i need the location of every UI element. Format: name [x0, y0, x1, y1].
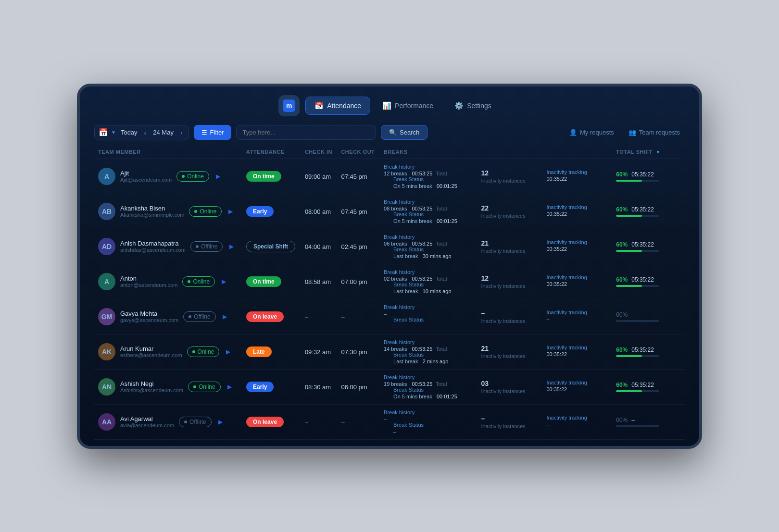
attendance-badge: On leave [246, 417, 284, 427]
break-status-label: Break Status [393, 422, 424, 428]
break-status-label: Break Status [393, 352, 448, 358]
tab-settings[interactable]: ⚙️ Settings [445, 97, 501, 115]
break-status-label: Break Status [393, 317, 424, 322]
break-status-time: 00:01:25 [434, 218, 457, 224]
activity-label: Inactivity instances [481, 213, 539, 219]
inactivity-time: 00:35:22 [546, 176, 604, 182]
status-badge: Offline [183, 311, 215, 322]
breaks-cell: Break history 02 breaks 00:53:25 Total B… [380, 264, 477, 299]
attendance-cell: On time [242, 159, 301, 194]
play-button[interactable]: ▶ [226, 348, 230, 355]
break-history-label: Break history [384, 269, 473, 275]
attendance-cell: On time [242, 264, 301, 299]
attendance-cell: On leave [242, 404, 301, 439]
tab-settings-label: Settings [467, 102, 491, 110]
app-logo[interactable]: m [278, 95, 300, 116]
checkout-time: 07:45 pm [341, 208, 367, 215]
activity-label: Inactivity instances [481, 283, 539, 289]
next-date-button[interactable]: › [178, 128, 185, 137]
member-cell: AD Anish Dasmahapatra anishdas@ascendeum… [94, 229, 242, 264]
checkin-time: – [305, 313, 308, 321]
break-count: 19 breaks [384, 381, 407, 387]
activity-label: Inactivity instances [481, 318, 539, 324]
play-button[interactable]: ▶ [216, 173, 220, 180]
filter-icon: ☰ [201, 129, 207, 136]
breaks-cell: Break history 08 breaks 00:53:25 Total B… [380, 194, 477, 229]
play-button[interactable]: ▶ [228, 208, 233, 215]
attendance-badge: On time [246, 171, 281, 182]
col-breaks: BREAKS [380, 145, 477, 159]
search-input[interactable] [242, 129, 370, 136]
breaks-cell: Break history 19 breaks 00:53:25 Total B… [380, 369, 477, 404]
shift-percentage: 00% [616, 417, 628, 423]
table-row: AB Akanksha Bisen Akanksha@simmmple.com … [94, 194, 685, 229]
search-input-container[interactable] [236, 125, 376, 140]
inactivity-tracking-label: Inactivity tracking [546, 239, 604, 245]
break-total: Total [434, 346, 447, 352]
member-name: Anton [120, 275, 177, 282]
shift-percentage: 60% [616, 241, 628, 248]
break-status-label: Break Status [393, 282, 451, 287]
break-history-label: Break history [384, 339, 473, 345]
activity-label: Inactivity instances [481, 423, 539, 429]
break-count: 08 breaks [384, 206, 407, 211]
break-status-detail: – [393, 429, 396, 434]
member-info: Gavya Mehta gavya@ascendeum.com [120, 310, 178, 323]
break-duration: 00:53:25 [409, 206, 432, 211]
activity-cell: – Inactivity instances Inactivity tracki… [477, 299, 612, 334]
break-status-time: 30 mins ago [420, 253, 452, 259]
tab-performance[interactable]: 📊 Performance [373, 97, 442, 115]
play-button[interactable]: ▶ [223, 313, 227, 320]
progress-bar [616, 320, 659, 322]
play-button[interactable]: ▶ [227, 384, 232, 390]
activity-cell: – Inactivity instances Inactivity tracki… [477, 404, 612, 439]
shift-percentage: 00% [616, 311, 628, 318]
date-navigator[interactable]: 📅 ▼ Today ‹ 24 May › [94, 125, 189, 140]
activity-cell: 12 Inactivity instances Inactivity track… [477, 159, 612, 194]
member-cell: AB Akanksha Bisen Akanksha@simmmple.com … [94, 194, 242, 229]
shift-percentage: 60% [616, 382, 628, 388]
break-status-label: Break Status [393, 211, 457, 217]
status-dot [192, 350, 195, 353]
col-activity [477, 145, 612, 159]
member-info: Arun Kumar esthera@ascendeum.com [120, 345, 182, 358]
break-count: – [384, 311, 387, 317]
col-totalshift[interactable]: TOTAL SHIFT ▼ [612, 145, 685, 159]
checkout-cell: – [337, 299, 380, 334]
avatar: AN [98, 378, 115, 396]
break-status-detail: Last break [393, 288, 418, 294]
break-status-time: 00:01:25 [434, 394, 457, 399]
my-requests-button[interactable]: 👤 My requests [565, 126, 619, 138]
breaks-cell: Break history 12 breaks 00:53:25 Total B… [380, 159, 477, 194]
break-status-time: 10 mins ago [420, 288, 452, 294]
filter-button[interactable]: ☰ Filter [194, 125, 232, 140]
my-requests-icon: 👤 [569, 129, 577, 136]
inactivity-time: 00:35:22 [546, 246, 604, 252]
break-history-label: Break history [384, 199, 473, 205]
avatar: GM [98, 308, 115, 325]
play-button[interactable]: ▶ [229, 243, 234, 250]
search-button[interactable]: 🔍 Search [381, 125, 427, 140]
tab-attendance[interactable]: 📅 Attendance [305, 97, 370, 115]
member-cell: A Anton anton@ascendeum.com Online ▶ [94, 264, 242, 299]
tab-attendance-label: Attendance [327, 102, 361, 110]
member-email: anton@ascendeum.com [120, 282, 177, 288]
table-row: GM Gavya Mehta gavya@ascendeum.com Offli… [94, 299, 685, 334]
prev-date-button[interactable]: ‹ [142, 128, 149, 137]
avatar: AK [98, 343, 115, 360]
play-button[interactable]: ▶ [222, 278, 226, 285]
activity-count: – [481, 415, 539, 422]
status-dot [182, 175, 185, 178]
member-name: Avi Agarwal [120, 415, 174, 422]
team-requests-button[interactable]: 👥 Team requests [624, 126, 685, 138]
play-button[interactable]: ▶ [218, 419, 223, 425]
break-status-time: 00:01:25 [434, 183, 457, 189]
checkout-cell: 06:00 pm [337, 369, 380, 404]
data-table-container: TEAM MEMBER ATTENDANCE CHECK IN CHECK OU… [80, 145, 699, 446]
break-history-label: Break history [384, 234, 473, 240]
inactivity-time: – [546, 316, 604, 322]
progress-bar [616, 215, 659, 217]
status-dot [188, 280, 190, 283]
inactivity-time: 00:35:22 [546, 211, 604, 217]
table-row: AD Anish Dasmahapatra anishdas@ascendeum… [94, 229, 685, 264]
